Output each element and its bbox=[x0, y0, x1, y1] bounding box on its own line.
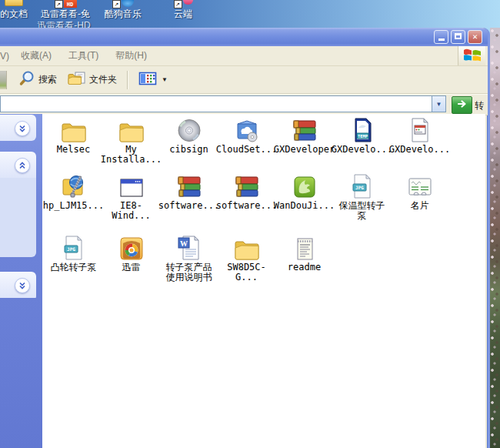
folder-icon bbox=[61, 115, 87, 143]
tempdoc-icon: TEMP bbox=[349, 115, 375, 143]
file-label: IE8-Wind... bbox=[102, 201, 160, 221]
cloudbox-icon bbox=[234, 115, 260, 143]
menu-item-2[interactable]: 帮助(H) bbox=[107, 50, 155, 61]
clipped-toolbar-icon bbox=[0, 71, 7, 89]
folder-icon bbox=[234, 232, 260, 261]
desktop-icon-cloud-client[interactable]: ↗ 云端 bbox=[158, 0, 208, 19]
file-item[interactable]: 迅雷 bbox=[102, 232, 160, 283]
windows-logo-pane bbox=[458, 46, 485, 65]
folders-button-label: 文件夹 bbox=[89, 73, 117, 86]
folder-icon bbox=[118, 115, 145, 143]
file-item[interactable]: SW8D5C-G... bbox=[218, 232, 275, 283]
file-item[interactable]: 名片 bbox=[391, 171, 448, 221]
file-item[interactable]: W 转子泵产品 使用说明书 bbox=[160, 232, 218, 283]
content-area: Melsec My Installa... cibsign CloudSet..… bbox=[0, 114, 485, 448]
folders-button[interactable]: 文件夹 bbox=[62, 69, 122, 91]
svg-text:JPG: JPG bbox=[355, 185, 364, 190]
address-bar-row: ▼ 转到 bbox=[0, 94, 488, 115]
desktop-icon-kugou-music[interactable]: ↗ 酷狗音乐 bbox=[98, 0, 148, 19]
file-item[interactable]: readme bbox=[275, 232, 333, 283]
file-label: 迅雷 bbox=[122, 262, 141, 272]
menu-items: 收藏(A)工具(T)帮助(H) bbox=[12, 49, 155, 62]
svg-text:JPG: JPG bbox=[67, 246, 75, 252]
address-dropdown-button[interactable]: ▼ bbox=[432, 96, 445, 112]
file-item[interactable]: GXDeveloper bbox=[275, 115, 333, 165]
appdoc-icon bbox=[407, 115, 433, 143]
chevron-up-button[interactable] bbox=[15, 158, 30, 173]
file-item[interactable]: CloudSet... bbox=[218, 115, 275, 165]
zipapp-icon bbox=[61, 171, 87, 199]
file-item[interactable]: software... bbox=[160, 171, 218, 221]
shortcut-arrow-icon: ↗ bbox=[55, 0, 63, 8]
chevron-down-button[interactable] bbox=[15, 278, 30, 293]
word-icon: W bbox=[177, 232, 202, 261]
file-item[interactable]: JPG 保温型转子 泵 bbox=[333, 171, 391, 221]
views-icon bbox=[138, 71, 157, 89]
search-icon bbox=[18, 70, 35, 89]
svg-text:W: W bbox=[180, 239, 188, 248]
window-controls: ✕ bbox=[434, 30, 482, 44]
menu-item-0[interactable]: 收藏(A) bbox=[12, 50, 60, 61]
jpg-icon: JPG bbox=[349, 171, 375, 199]
file-item[interactable]: My Installa... bbox=[102, 115, 160, 165]
file-item[interactable]: GXDevelo... bbox=[391, 115, 448, 165]
minimize-button[interactable] bbox=[434, 30, 448, 44]
file-row-2: hp_LJM15... IE8-Wind... software... soft… bbox=[45, 171, 448, 221]
folder-icon bbox=[5, 0, 23, 6]
file-label: WanDouJi... bbox=[274, 201, 335, 211]
desktop-icon-row: 的文档↗HD 迅雷看看-免迅雷看看-HD↗ 酷狗音乐↗ 云端 bbox=[0, 0, 500, 31]
file-label: 转子泵产品 使用说明书 bbox=[166, 262, 212, 283]
file-row-3: JPG 凸轮转子泵 迅雷 W 转子泵产品 使用说明书 SW8D5C-G... r… bbox=[45, 232, 333, 283]
file-item[interactable]: Melsec bbox=[45, 115, 102, 165]
close-button[interactable]: ✕ bbox=[468, 30, 482, 44]
desktop-icon-label: 的文档 bbox=[0, 9, 38, 19]
maximize-button[interactable] bbox=[451, 30, 465, 44]
svg-text:TEMP: TEMP bbox=[357, 134, 368, 139]
file-item[interactable]: IE8-Wind... bbox=[102, 171, 160, 221]
file-label: software... bbox=[216, 201, 277, 211]
file-item[interactable]: cibsign bbox=[160, 115, 218, 165]
views-button[interactable]: ▼ bbox=[133, 69, 173, 91]
file-item[interactable]: software... bbox=[218, 171, 275, 221]
menu-item-partial[interactable]: V) bbox=[0, 51, 12, 62]
chevron-down-button[interactable] bbox=[15, 121, 30, 136]
rar-icon bbox=[176, 171, 202, 199]
file-label: GXDevelo... bbox=[332, 145, 392, 155]
views-dropdown-caret-icon: ▼ bbox=[162, 76, 168, 83]
rar-icon bbox=[292, 115, 318, 143]
task-panel-3 bbox=[0, 272, 36, 301]
file-label: readme bbox=[288, 262, 321, 272]
menu-bar: V) 收藏(A)工具(T)帮助(H) bbox=[0, 46, 488, 66]
desktop-wallpaper-strip bbox=[490, 28, 500, 448]
cd-icon bbox=[176, 115, 202, 143]
title-bar[interactable]: ✕ bbox=[0, 28, 488, 46]
tool-bar: 搜索 文件夹 bbox=[0, 66, 488, 94]
search-button-label: 搜索 bbox=[38, 73, 57, 86]
file-label: My Installa... bbox=[101, 145, 162, 165]
card-icon bbox=[407, 171, 433, 199]
toolbar-separator bbox=[127, 71, 128, 89]
wandoujia-icon bbox=[292, 171, 317, 199]
file-grid: Melsec My Installa... cibsign CloudSet..… bbox=[43, 114, 485, 448]
file-item[interactable]: hp_LJM15... bbox=[45, 171, 102, 221]
desktop-icon-my-documents[interactable]: 的文档 bbox=[0, 0, 38, 19]
menu-item-1[interactable]: 工具(T) bbox=[60, 50, 107, 61]
address-combo: ▼ bbox=[0, 95, 446, 112]
folders-icon bbox=[68, 71, 86, 89]
file-item[interactable]: WanDouJi... bbox=[275, 171, 333, 221]
file-label: CloudSet... bbox=[216, 145, 277, 155]
appwindow-icon bbox=[118, 171, 145, 199]
file-label: 名片 bbox=[411, 201, 429, 211]
file-label: GXDeveloper bbox=[274, 145, 335, 155]
address-input[interactable] bbox=[2, 97, 430, 111]
desktop-icon-xunlei-kankan[interactable]: ↗HD 迅雷看看-免迅雷看看-HD bbox=[38, 0, 92, 19]
search-button[interactable]: 搜索 bbox=[13, 68, 62, 92]
task-panel-2 bbox=[0, 152, 36, 257]
screen: 的文档↗HD 迅雷看看-免迅雷看看-HD↗ 酷狗音乐↗ 云端 ✕ V) 收藏(A… bbox=[0, 0, 500, 448]
desktop-icon-label: 云端 bbox=[158, 9, 208, 19]
xunlei-folder-icon bbox=[119, 232, 144, 261]
file-item[interactable]: JPG 凸轮转子泵 bbox=[45, 232, 102, 283]
go-button[interactable] bbox=[452, 96, 472, 114]
file-item[interactable]: TEMP GXDevelo... bbox=[333, 115, 391, 165]
xunlei-kankan-hd-icon: HD bbox=[64, 0, 77, 8]
